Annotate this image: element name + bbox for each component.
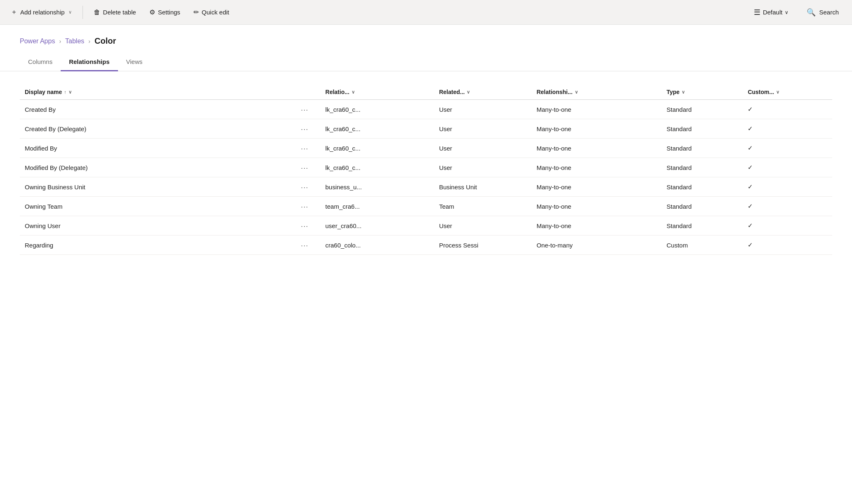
td-type: Standard bbox=[661, 216, 743, 236]
delete-table-button[interactable]: 🗑 Delete table bbox=[88, 5, 142, 19]
td-custom: ✓ bbox=[743, 158, 832, 177]
th-related-chevron: ∨ bbox=[467, 89, 470, 95]
td-type: Standard bbox=[661, 158, 743, 177]
td-display-name: Created By bbox=[20, 100, 296, 119]
td-relname: business_u... bbox=[321, 177, 434, 197]
td-type: Standard bbox=[661, 177, 743, 197]
tab-views[interactable]: Views bbox=[118, 54, 151, 71]
td-reltype: Many-to-one bbox=[531, 100, 661, 119]
td-type: Standard bbox=[661, 139, 743, 158]
relationships-table: Display name ↑ ∨ Relatio... ∨ Related... bbox=[20, 85, 832, 255]
add-relationship-chevron: ∨ bbox=[68, 9, 72, 15]
tab-columns[interactable]: Columns bbox=[20, 54, 61, 71]
th-dots bbox=[296, 85, 320, 100]
td-display-name: Regarding bbox=[20, 236, 296, 255]
td-reltype: Many-to-one bbox=[531, 139, 661, 158]
table-area: Display name ↑ ∨ Relatio... ∨ Related... bbox=[0, 71, 852, 255]
td-related: User bbox=[434, 139, 531, 158]
td-related: User bbox=[434, 119, 531, 139]
td-display-name: Created By (Delegate) bbox=[20, 119, 296, 139]
td-dots-menu[interactable]: ··· bbox=[296, 177, 320, 197]
td-dots-menu[interactable]: ··· bbox=[296, 236, 320, 255]
td-relname: lk_cra60_c... bbox=[321, 158, 434, 177]
td-dots-menu[interactable]: ··· bbox=[296, 158, 320, 177]
breadcrumb-current: Color bbox=[94, 36, 116, 46]
search-button[interactable]: 🔍 Search bbox=[798, 5, 847, 20]
tabs: Columns Relationships Views bbox=[0, 54, 852, 71]
td-dots-menu[interactable]: ··· bbox=[296, 197, 320, 216]
td-dots-menu[interactable]: ··· bbox=[296, 216, 320, 236]
add-icon: ＋ bbox=[11, 8, 17, 16]
table-row: Created By ··· lk_cra60_c... User Many-t… bbox=[20, 100, 832, 119]
td-custom: ✓ bbox=[743, 197, 832, 216]
td-display-name: Modified By (Delegate) bbox=[20, 158, 296, 177]
td-reltype: Many-to-one bbox=[531, 158, 661, 177]
gear-icon: ⚙ bbox=[149, 8, 155, 16]
add-relationship-label: Add relationship bbox=[20, 9, 65, 16]
td-reltype: One-to-many bbox=[531, 236, 661, 255]
delete-table-label: Delete table bbox=[103, 9, 136, 16]
breadcrumb: Power Apps › Tables › Color bbox=[0, 25, 852, 54]
td-custom: ✓ bbox=[743, 100, 832, 119]
th-relname-chevron: ∨ bbox=[352, 89, 355, 95]
table-row: Owning Business Unit ··· business_u... B… bbox=[20, 177, 832, 197]
th-custom-label: Custom... bbox=[748, 89, 774, 95]
td-display-name: Owning User bbox=[20, 216, 296, 236]
td-custom: ✓ bbox=[743, 236, 832, 255]
th-reltype-chevron: ∨ bbox=[575, 89, 578, 95]
th-type[interactable]: Type ∨ bbox=[661, 85, 743, 100]
default-chevron: ∨ bbox=[785, 9, 788, 15]
default-label: Default bbox=[763, 9, 783, 16]
td-custom: ✓ bbox=[743, 119, 832, 139]
td-dots-menu[interactable]: ··· bbox=[296, 119, 320, 139]
td-relname: user_cra60... bbox=[321, 216, 434, 236]
table-row: Owning User ··· user_cra60... User Many-… bbox=[20, 216, 832, 236]
settings-button[interactable]: ⚙ Settings bbox=[144, 5, 186, 19]
tab-relationships[interactable]: Relationships bbox=[61, 54, 118, 71]
td-related: Business Unit bbox=[434, 177, 531, 197]
td-relname: team_cra6... bbox=[321, 197, 434, 216]
th-display-name[interactable]: Display name ↑ ∨ bbox=[20, 85, 296, 100]
td-custom: ✓ bbox=[743, 216, 832, 236]
td-display-name: Owning Team bbox=[20, 197, 296, 216]
quick-edit-button[interactable]: ✏ Quick edit bbox=[188, 5, 235, 19]
search-icon: 🔍 bbox=[807, 8, 816, 17]
td-related: User bbox=[434, 216, 531, 236]
td-related: User bbox=[434, 158, 531, 177]
td-related: Process Sessi bbox=[434, 236, 531, 255]
td-custom: ✓ bbox=[743, 177, 832, 197]
th-custom[interactable]: Custom... ∨ bbox=[743, 85, 832, 100]
search-label: Search bbox=[819, 9, 839, 16]
add-relationship-button[interactable]: ＋ Add relationship ∨ bbox=[5, 5, 78, 20]
default-button[interactable]: ☰ Default ∨ bbox=[747, 5, 795, 20]
th-related-label: Related... bbox=[439, 89, 465, 95]
td-type: Standard bbox=[661, 197, 743, 216]
quick-edit-label: Quick edit bbox=[202, 9, 229, 16]
th-display-name-label: Display name bbox=[25, 89, 62, 95]
td-relname: lk_cra60_c... bbox=[321, 139, 434, 158]
td-type: Standard bbox=[661, 100, 743, 119]
th-custom-chevron: ∨ bbox=[776, 89, 779, 95]
table-row: Owning Team ··· team_cra6... Team Many-t… bbox=[20, 197, 832, 216]
td-reltype: Many-to-one bbox=[531, 119, 661, 139]
table-row: Modified By (Delegate) ··· lk_cra60_c...… bbox=[20, 158, 832, 177]
settings-label: Settings bbox=[158, 9, 180, 16]
breadcrumb-powerapps[interactable]: Power Apps bbox=[20, 38, 55, 45]
td-relname: cra60_colo... bbox=[321, 236, 434, 255]
breadcrumb-tables[interactable]: Tables bbox=[65, 38, 84, 45]
breadcrumb-sep-2: › bbox=[88, 38, 90, 45]
th-related[interactable]: Related... ∨ bbox=[434, 85, 531, 100]
td-relname: lk_cra60_c... bbox=[321, 100, 434, 119]
td-display-name: Owning Business Unit bbox=[20, 177, 296, 197]
td-dots-menu[interactable]: ··· bbox=[296, 100, 320, 119]
td-dots-menu[interactable]: ··· bbox=[296, 139, 320, 158]
trash-icon: 🗑 bbox=[94, 9, 100, 16]
toolbar-right: ☰ Default ∨ 🔍 Search bbox=[747, 5, 847, 20]
th-relname-label: Relatio... bbox=[326, 89, 349, 95]
td-reltype: Many-to-one bbox=[531, 177, 661, 197]
th-relname[interactable]: Relatio... ∨ bbox=[321, 85, 434, 100]
sort-asc-icon: ↑ bbox=[64, 89, 66, 94]
th-type-chevron: ∨ bbox=[682, 89, 685, 95]
th-reltype[interactable]: Relationshi... ∨ bbox=[531, 85, 661, 100]
toolbar-divider-1 bbox=[83, 6, 83, 19]
